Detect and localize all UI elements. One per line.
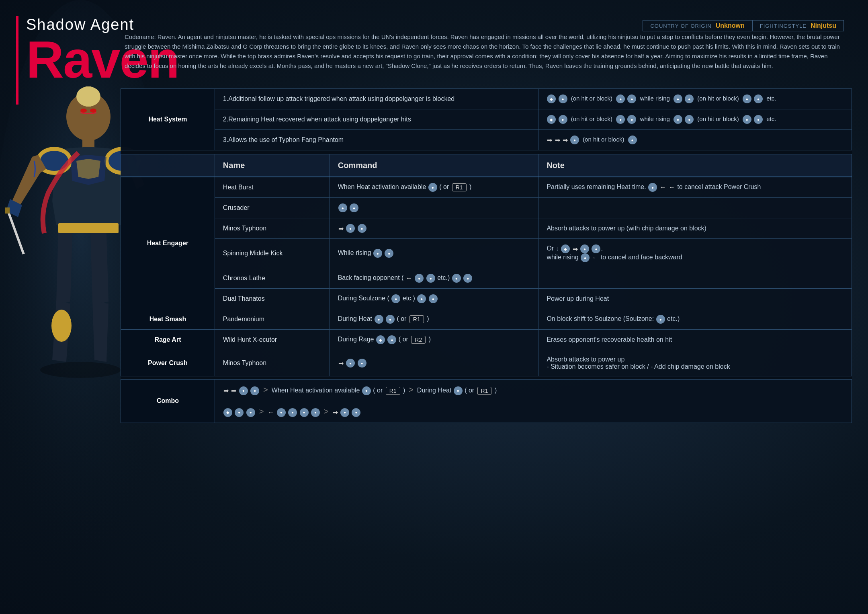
svg-rect-3 — [84, 86, 92, 107]
cmd-icon: ● — [311, 408, 320, 417]
svg-rect-13 — [6, 208, 25, 255]
heat-burst-cmd: When Heat activation available ● ( or R1… — [330, 177, 538, 198]
gt-4: > — [324, 407, 329, 416]
cmd-icon: ● — [362, 386, 371, 395]
lore-text: Codename: Raven. An agent and ninjutsu m… — [125, 32, 844, 71]
heat-engager-label: Heat Engager — [121, 177, 215, 309]
pandemonium-cmd: During Heat ● ● ( or R1 ) — [330, 309, 538, 330]
svg-point-8 — [40, 151, 68, 171]
arrow-right: ➡ — [563, 137, 568, 144]
wild-hunt-name: Wild Hunt X-ecutor — [215, 330, 330, 350]
cmd-icon: ● — [426, 274, 435, 283]
cmd-icon: ● — [352, 408, 360, 417]
cmd-icon: ● — [559, 115, 567, 124]
cmd-icon: ● — [346, 359, 355, 368]
heat-system-cmd-1: ◆ ● (on hit or block) ● ● while rising ●… — [538, 89, 852, 109]
cmd-icon: ● — [235, 408, 244, 417]
heat-system-row-3: 3.Allows the use of Typhon Fang Phantom … — [121, 130, 852, 150]
cmd-while-rising-1: while rising — [640, 95, 670, 102]
cmd-icon: ● — [656, 315, 665, 324]
combo-row-2: ◆ ● ● > ← ● ● ● ● > ➡ ● ● — [121, 401, 852, 423]
cmd-etc-1: etc. — [766, 95, 776, 102]
sep-cell — [121, 150, 852, 154]
heat-smash-row: Heat Smash Pandemonium During Heat ● ● (… — [121, 309, 852, 330]
svg-point-15 — [40, 362, 121, 378]
arrow-right: ➡ — [573, 246, 578, 253]
cmd-icon: ◆ — [376, 335, 385, 344]
separator-2 — [121, 376, 852, 380]
cmd-icon: ● — [463, 274, 472, 283]
combo-label: Combo — [121, 380, 215, 423]
cmd-icon: ● — [428, 183, 437, 192]
arrow-left: ← — [406, 275, 412, 281]
cmd-icon: ● — [386, 315, 395, 324]
dual-thanatos-row: Dual Thanatos During Soulzone ( ● etc.) … — [121, 289, 852, 309]
crusader-note — [538, 198, 852, 218]
cmd-icon: ● — [429, 294, 438, 303]
style-label: FIGHTINGSTYLE — [760, 23, 807, 29]
svg-rect-11 — [58, 223, 119, 233]
dual-thanatos-cmd: During Soulzone ( ● etc.) ● ● — [330, 289, 538, 309]
dual-thanatos-name: Dual Thanatos — [215, 289, 330, 309]
col-name-header: Name — [215, 154, 330, 177]
col-command-header: Command — [330, 154, 538, 177]
r1-btn-combo-2: R1 — [477, 387, 492, 395]
sep-cell-2 — [121, 376, 852, 380]
cmd-icon: ● — [743, 94, 751, 103]
main-table: Heat System 1.Additional follow up attac… — [121, 88, 852, 423]
hs-desc1-text: 1.Additional follow up attack triggered … — [223, 95, 454, 102]
cmd-etc-2: etc. — [766, 115, 776, 122]
cmd-icon: ● — [239, 386, 248, 395]
cmd-icon: ● — [648, 183, 657, 192]
power-crush-row: Power Crush Minos Typhoon ➡ ● ● Absorb a… — [121, 350, 852, 376]
cmd-icon: ● — [288, 408, 297, 417]
cmd-icon: ● — [417, 294, 426, 303]
power-crush-label: Power Crush — [121, 350, 215, 376]
crusader-cmd: ● ● — [330, 198, 538, 218]
chronos-lathe-name: Chronos Lathe — [215, 268, 330, 289]
style-meta: FIGHTINGSTYLE Ninjutsu — [752, 20, 844, 31]
cmd-icon: ● — [452, 274, 461, 283]
cmd-icon: ● — [340, 408, 349, 417]
cmd-icon: ● — [627, 115, 636, 124]
country-value: Unknown — [716, 22, 745, 29]
cmd-icon: ● — [627, 94, 636, 103]
cmd-icon: ● — [616, 94, 625, 103]
meta-bar: COUNTRY OF ORIGIN Unknown FIGHTINGSTYLE … — [643, 20, 844, 31]
svg-point-7 — [36, 147, 72, 175]
heat-smash-label: Heat Smash — [121, 309, 215, 330]
cmd-icon: ◆ — [561, 244, 570, 253]
crusader-row: Crusader ● ● — [121, 198, 852, 218]
arrow-right: ➡ — [231, 387, 236, 394]
arrow-left: ← — [592, 254, 598, 261]
cmd-while-rising-2: while rising — [640, 115, 670, 122]
cmd-text: (on hit or block) — [571, 95, 612, 102]
cmd-icon: ● — [454, 386, 463, 395]
chronos-lathe-cmd: Back facing opponent ( ← ● ● etc.) ● ● — [330, 268, 538, 289]
minos-typhoon-pc-cmd: ➡ ● ● — [330, 350, 538, 376]
minos-typhoon-pc-note: Absorb attacks to power up - Situation b… — [538, 350, 852, 376]
cmd-icon: ● — [580, 244, 589, 253]
arrow-right: ➡ — [223, 387, 229, 394]
cmd-icon: ● — [246, 408, 255, 417]
content-area: Heat System 1.Additional follow up attac… — [121, 88, 852, 598]
cmd-icon: ● — [350, 203, 358, 212]
cmd-icon: ● — [628, 136, 637, 144]
cmd-icon: ● — [338, 203, 347, 212]
arrow-right: ➡ — [547, 137, 552, 144]
cmd-icon: ● — [415, 274, 424, 283]
svg-point-4 — [80, 109, 87, 113]
r2-button: R2 — [411, 336, 426, 344]
heat-burst-name: Heat Burst — [215, 177, 330, 198]
minos-typhoon-row: Minos Typhoon ➡ ● ● Absorb attacks to po… — [121, 218, 852, 239]
style-value: Ninjutsu — [811, 22, 836, 29]
heat-system-cmd-2: ◆ ● (on hit or block) ● ● while rising ●… — [538, 109, 852, 130]
col-section — [121, 154, 215, 177]
cmd-icon: ◆ — [547, 115, 556, 124]
cmd-icon: ● — [685, 94, 694, 103]
cmd-text3: (on hit or block) — [571, 115, 612, 122]
minos-typhoon-name: Minos Typhoon — [215, 218, 330, 239]
cmd-icon: ● — [616, 115, 625, 124]
cmd-icon: ● — [250, 386, 259, 395]
cmd-icon: ● — [754, 115, 763, 124]
